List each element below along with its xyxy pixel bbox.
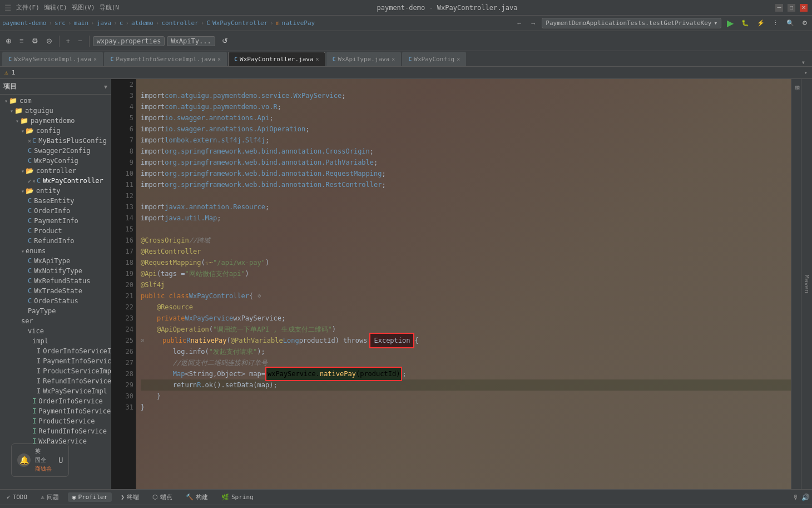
maven-panel[interactable]: Maven: [801, 79, 812, 489]
list-btn[interactable]: ≡: [16, 34, 27, 47]
tree-refundinfo[interactable]: CRefundInfo: [0, 236, 111, 246]
tree-enums[interactable]: ▾enums: [0, 246, 111, 256]
tab-paymentinfoserviceimpl[interactable]: C PaymentInfoServiceImpl.java ×: [104, 52, 227, 66]
tree-refundinfoservice[interactable]: IRefundInfoService: [0, 426, 111, 436]
nav-c[interactable]: c: [120, 19, 123, 27]
tree-swagger[interactable]: CSwagger2Config: [0, 146, 111, 156]
tree-product[interactable]: CProduct: [0, 226, 111, 236]
tree-com[interactable]: ▾📁com: [0, 96, 111, 106]
nav-controller[interactable]: controller: [161, 19, 198, 27]
close-button[interactable]: ✕: [800, 4, 808, 12]
code-content[interactable]: import com.atguigu.paymentdemo.service.W…: [136, 79, 801, 489]
tab-close4[interactable]: ×: [392, 56, 395, 62]
tree-controller-folder[interactable]: ▾📂controller: [0, 166, 111, 176]
nav-atdemo[interactable]: atdemo: [131, 19, 154, 27]
tree-wxrefundstatus[interactable]: CWxRefundStatus: [0, 276, 111, 286]
menu-edit[interactable]: 编辑(E): [44, 3, 67, 12]
popup-u-icon[interactable]: U: [58, 456, 63, 465]
nav-back-btn[interactable]: ←: [514, 19, 524, 28]
tab-wxapitype[interactable]: C WxApiType.java ×: [326, 52, 402, 66]
search-everywhere-btn[interactable]: 🔍: [784, 18, 796, 28]
tree-paymentinfoservice[interactable]: IPaymentInfoService: [0, 406, 111, 416]
tree-paytype[interactable]: PayType: [0, 306, 111, 316]
sync-btn[interactable]: ⊕: [2, 34, 15, 47]
speaker-icon[interactable]: 🔊: [801, 494, 810, 501]
tab-close2[interactable]: ×: [217, 56, 221, 62]
app-menu-icon[interactable]: ☰: [4, 3, 12, 12]
settings-btn[interactable]: ⚙: [800, 18, 810, 28]
nav-nativepay[interactable]: nativePay: [282, 19, 315, 27]
tree-wxnotifytype[interactable]: CWxNotifyType: [0, 266, 111, 276]
tree-orderinfoserviceimpl[interactable]: IOrderInfoServiceImpl: [0, 346, 111, 356]
tree-mybatisplus[interactable]: × CMyBatisPlusConfig: [0, 136, 111, 146]
tree-orderinfo[interactable]: COrderInfo: [0, 206, 111, 216]
menu-nav[interactable]: 导航(N: [100, 3, 119, 12]
tree-productservice[interactable]: IProductService: [0, 416, 111, 426]
tree-productserviceimpl[interactable]: IProductServiceImpl: [0, 366, 111, 376]
menu-file[interactable]: 文件(F): [16, 3, 39, 12]
coverage-button[interactable]: ⚡: [755, 18, 767, 28]
debug-button[interactable]: 🐛: [739, 18, 751, 28]
tree-vice[interactable]: vice: [0, 326, 111, 336]
mic-icon[interactable]: 🎙: [793, 494, 799, 501]
terminal-tab[interactable]: ❯ 终端: [116, 492, 143, 502]
wxpay-tab[interactable]: wxpay.properties: [93, 36, 165, 46]
nav-src[interactable]: src: [55, 19, 66, 27]
toolbar: ⊕ ≡ ⚙ ⊝ + − wxpay.properties WxApiTy... …: [0, 31, 812, 51]
line-num-8: 8: [113, 146, 133, 157]
tree-baseentity[interactable]: CBaseEntity: [0, 196, 111, 206]
tree-wxpayserviceimpl[interactable]: IWxPayServiceImpl: [0, 386, 111, 396]
gear-btn[interactable]: ⚙: [28, 34, 42, 47]
sidebar-menu-btn[interactable]: ▾: [104, 83, 107, 91]
nav-main[interactable]: main: [74, 19, 89, 27]
tree-paymentdemo[interactable]: ▾📁paymentdemo: [0, 116, 111, 126]
tab-close5[interactable]: ×: [457, 56, 460, 62]
tree-refundinfoserviceimpl[interactable]: IRefundInfoServiceImpl: [0, 376, 111, 386]
add-btn[interactable]: +: [63, 34, 74, 47]
expand-icon[interactable]: ▾: [804, 69, 808, 76]
reload-btn[interactable]: ↺: [219, 34, 231, 47]
tree-close[interactable]: ×: [32, 178, 36, 184]
tree-ser[interactable]: ser: [0, 316, 111, 326]
endpoints-tab[interactable]: ⬡ 端点: [148, 492, 177, 502]
wxapitype-tab[interactable]: WxApiTy...: [167, 36, 215, 46]
tree-config[interactable]: ▾📂config: [0, 126, 111, 136]
tree-impl[interactable]: impl: [0, 336, 111, 346]
tree-wxpaycontroller[interactable]: ✓ × CWxPayController: [0, 176, 111, 186]
sidebar-title: 项目: [3, 82, 17, 91]
tree-atguigu[interactable]: ▾📁atguigu: [0, 106, 111, 116]
maximize-button[interactable]: □: [788, 4, 795, 12]
tab-close3[interactable]: ×: [316, 56, 319, 62]
tree-paymentinfoserviceimpl[interactable]: IPaymentInfoServiceImpl: [0, 356, 111, 366]
menu-view[interactable]: 视图(V): [72, 3, 95, 12]
minus-btn[interactable]: ⊝: [43, 34, 56, 47]
issues-tab[interactable]: ⚠ 问题: [36, 492, 63, 502]
nav-project[interactable]: payment-demo: [2, 19, 46, 27]
tree-orderinfoservice[interactable]: IOrderInfoService: [0, 396, 111, 406]
minimize-button[interactable]: ─: [775, 4, 783, 12]
tree-wxtradestate[interactable]: CWxTradeState: [0, 286, 111, 296]
tree-wxapitype[interactable]: CWxApiType: [0, 256, 111, 266]
tab-wxpaycontroller[interactable]: C WxPayController.java ×: [228, 52, 325, 66]
tabs-more[interactable]: ▾: [797, 58, 810, 66]
tab-wxpayconfig[interactable]: C WxPayConfig ×: [402, 52, 466, 66]
more-run-btn[interactable]: ⋮: [770, 18, 781, 28]
code-line-12: [141, 190, 796, 201]
run-config[interactable]: PaymentDemoApplicationTests.testGetPriva…: [542, 18, 721, 28]
subtract-btn[interactable]: −: [75, 34, 86, 47]
nav-forward-btn[interactable]: →: [528, 19, 538, 28]
nav-wxpaycontroller[interactable]: WxPayController: [212, 19, 268, 27]
window-title: payment-demo - WxPayController.java: [377, 4, 518, 12]
build-tab[interactable]: 🔨 构建: [181, 492, 212, 502]
nav-java[interactable]: java: [97, 19, 112, 27]
spring-tab[interactable]: 🌿 Spring: [217, 492, 258, 502]
tab-wxpayserviceimpl[interactable]: C WxPayServiceImpl.java ×: [2, 52, 103, 66]
tab-close[interactable]: ×: [93, 56, 97, 62]
tree-orderstatus[interactable]: COrderStatus: [0, 296, 111, 306]
tree-paymentinfo[interactable]: CPaymentInfo: [0, 216, 111, 226]
tree-wxpayconfig[interactable]: CWxPayConfig: [0, 156, 111, 166]
todo-tab[interactable]: ✓ TODO: [2, 492, 32, 502]
profiler-tab[interactable]: ◉ Profiler: [68, 492, 112, 502]
run-button[interactable]: ▶: [725, 17, 736, 29]
tree-entity[interactable]: ▾📂entity: [0, 186, 111, 196]
